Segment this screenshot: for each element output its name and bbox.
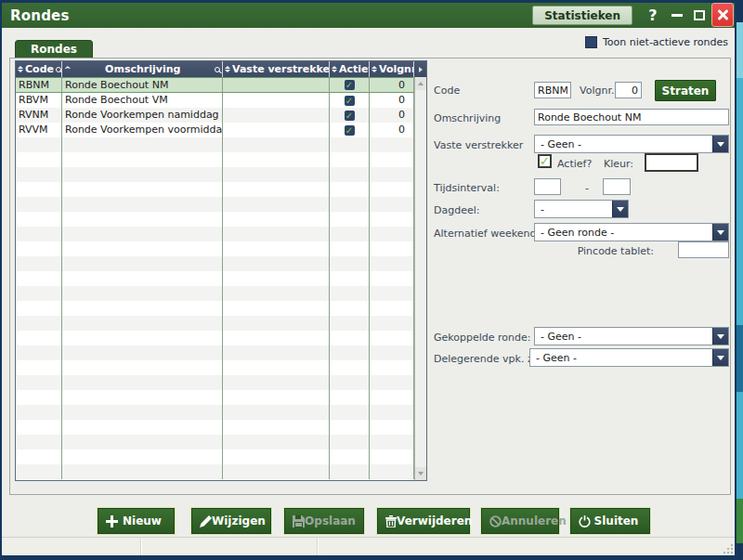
opslaan-button[interactable]: Opslaan [283, 507, 365, 535]
delegerende-value: - Geen - [530, 349, 728, 364]
verwijderen-button[interactable]: Verwijderen [376, 507, 471, 535]
cell-volgnr: 0 [370, 108, 414, 123]
delegerende-dropdown[interactable]: - Geen - [529, 348, 729, 367]
pincode-label: Pincode tablet: [541, 245, 654, 257]
column-header-actief[interactable]: Actief [330, 61, 370, 77]
table-empty-row [16, 241, 414, 256]
omschrijving-label: Omschrijving [434, 112, 501, 124]
table-header-row: Code ^ Omschrijving Vaste verstrekker Ac… [16, 61, 426, 77]
table-empty-row [16, 256, 414, 271]
chevron-down-icon[interactable] [612, 201, 628, 217]
dagdeel-dropdown[interactable]: - [534, 200, 629, 218]
table-empty-row [16, 182, 414, 197]
column-splitter[interactable] [414, 61, 426, 77]
table-row[interactable]: RBVM Ronde Boechout VM ✓ 0 [16, 93, 414, 108]
title-bar[interactable]: Rondes Statistieken ? [2, 3, 735, 28]
window-title: Rondes [2, 7, 70, 24]
tijdsinterval-separator: - [585, 182, 589, 194]
column-header-vaste-verstrekker[interactable]: Vaste verstrekker [223, 61, 330, 77]
search-icon[interactable] [215, 67, 220, 72]
statistieken-label: Statistieken [544, 9, 620, 22]
cell-volgnr: 0 [370, 123, 414, 137]
scroll-up-icon[interactable] [415, 77, 426, 90]
opslaan-label: Opslaan [305, 514, 356, 527]
straten-button[interactable]: Straten [655, 80, 716, 101]
close-button[interactable] [711, 3, 734, 27]
gekoppelde-ronde-value: - Geen - [535, 328, 728, 343]
table-empty-row [16, 405, 414, 420]
tijdsinterval-from-input[interactable] [534, 178, 561, 195]
omschrijving-input[interactable] [534, 109, 729, 125]
sort-asc-icon: ^ [64, 65, 72, 74]
chevron-down-icon[interactable] [712, 328, 728, 345]
annuleren-button[interactable]: Annuleren [480, 507, 560, 535]
maximize-button[interactable] [690, 3, 709, 28]
table-empty-row [16, 212, 414, 227]
column-header-actief-label: Actief [339, 63, 370, 75]
vaste-verstrekker-dropdown[interactable]: - Geen - [534, 135, 729, 153]
alternatief-weekend-dropdown[interactable]: - Geen ronde - [534, 223, 729, 241]
table-empty-row [16, 197, 414, 212]
table-scrollbar[interactable] [414, 77, 426, 480]
chevron-down-icon[interactable] [712, 136, 728, 152]
search-icon[interactable] [56, 67, 61, 72]
trash-icon [385, 515, 397, 527]
wijzigen-button[interactable]: Wijzigen [190, 507, 272, 535]
kleur-input[interactable] [645, 153, 698, 172]
status-bar [2, 537, 735, 555]
minimize-button[interactable] [668, 3, 686, 28]
cell-vaste-verstrekker [223, 93, 330, 108]
table-empty-row [16, 271, 414, 286]
gekoppelde-ronde-dropdown[interactable]: - Geen - [534, 327, 729, 345]
code-input[interactable] [534, 82, 571, 98]
sluiten-button[interactable]: Sluiten [569, 507, 651, 535]
close-icon [716, 8, 729, 21]
cell-omschrijving: Ronde Voorkempen namiddag [62, 108, 223, 123]
resize-grip-icon[interactable] [723, 544, 733, 553]
statistieken-button[interactable]: Statistieken [532, 6, 632, 25]
rondes-table: Code ^ Omschrijving Vaste verstrekker Ac… [15, 60, 427, 481]
tab-rondes[interactable]: Rondes [15, 40, 93, 58]
pencil-icon [200, 515, 212, 527]
vaste-verstrekker-label: Vaste verstrekker [434, 139, 523, 151]
tijdsinterval-to-input[interactable] [603, 178, 631, 195]
cell-actief: ✓ [330, 108, 370, 123]
volgnr-label: Volgnr. [580, 85, 614, 97]
cell-omschrijving: Ronde Voorkempen voormiddag [62, 123, 223, 137]
rondes-window: Rondes Statistieken ? Toon niet-actieve … [0, 0, 736, 560]
actief-label: Actief? [557, 158, 592, 170]
table-row[interactable]: RVNM Ronde Voorkempen namiddag ✓ 0 [16, 108, 414, 123]
table-row[interactable]: RVVM Ronde Voorkempen voormiddag ✓ 0 [16, 123, 414, 137]
column-header-omschrijving-label: Omschrijving [73, 63, 213, 75]
show-inactive-toggle[interactable]: Toon niet-actieve rondes [585, 36, 728, 48]
volgnr-input[interactable] [615, 82, 642, 98]
table-empty-row [16, 360, 414, 375]
scroll-down-icon[interactable] [415, 467, 426, 480]
column-header-volgnr-label: Volgnr. [379, 63, 414, 75]
nieuw-button[interactable]: Nieuw [97, 507, 176, 535]
cell-volgnr: 0 [370, 78, 414, 92]
code-label: Code [434, 85, 460, 97]
cell-code: RBNM [16, 78, 62, 92]
actief-checkbox[interactable]: ✓ [538, 154, 552, 168]
chevron-down-icon[interactable] [712, 224, 728, 241]
cell-code: RBVM [16, 93, 62, 108]
table-empty-row [16, 464, 414, 479]
table-row[interactable]: RBNM Ronde Boechout NM ✓ 0 [16, 77, 414, 93]
table-empty-row [16, 316, 414, 331]
actief-check-icon: ✓ [345, 96, 355, 106]
sort-icon [372, 66, 377, 72]
pincode-input[interactable] [678, 241, 729, 258]
annuleren-label: Annuleren [502, 514, 567, 527]
dagdeel-label: Dagdeel: [434, 204, 479, 216]
sort-icon [332, 66, 337, 72]
column-header-code[interactable]: Code [16, 61, 62, 77]
chevron-down-icon[interactable] [712, 349, 728, 366]
column-header-volgnr[interactable]: Volgnr. [370, 61, 414, 77]
maximize-icon [694, 10, 705, 20]
show-inactive-checkbox[interactable] [585, 36, 597, 48]
column-header-omschrijving[interactable]: ^ Omschrijving [62, 61, 223, 77]
table-empty-row [16, 286, 414, 301]
help-button[interactable]: ? [644, 3, 662, 28]
cell-actief: ✓ [330, 93, 370, 108]
